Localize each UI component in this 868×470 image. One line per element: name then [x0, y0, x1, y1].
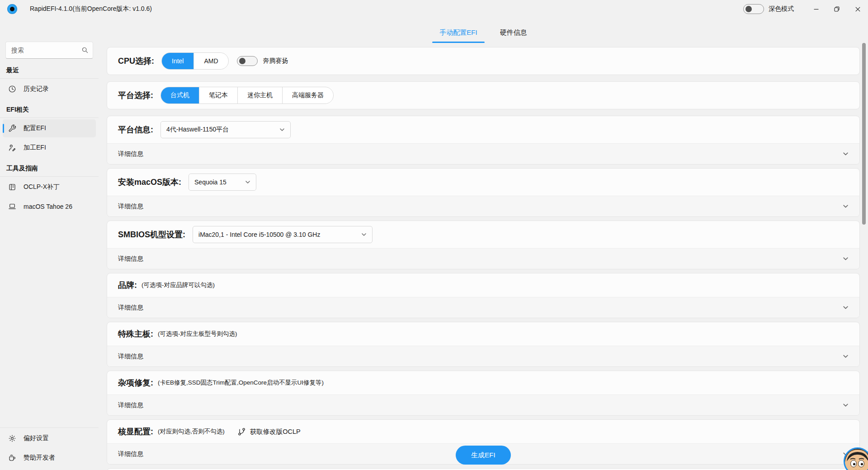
wrench-icon: [8, 124, 16, 132]
get-modified-oclp-label: 获取修改版OCLP: [250, 428, 301, 436]
detail-label: 详细信息: [118, 150, 143, 158]
laptop-icon: [8, 202, 16, 211]
detail-label: 详细信息: [118, 401, 143, 409]
sidebar-item-label: 偏好设置: [24, 434, 49, 442]
platform-option-laptop[interactable]: 笔记本: [199, 87, 237, 103]
tab-hardware-info[interactable]: 硬件信息: [499, 27, 528, 39]
special-board-row: 特殊主板: (可选项-对应主板型号则勾选): [107, 322, 859, 346]
sidebar-item-label: 加工EFI: [24, 144, 46, 152]
platform-option-server[interactable]: 高端服务器: [282, 87, 333, 103]
smbios-detail-expander[interactable]: 详细信息: [107, 248, 859, 269]
card-smbios: SMBIOS机型设置: iMac20,1 - Intel Core i5-105…: [107, 221, 860, 269]
cpu-option-amd[interactable]: AMD: [193, 53, 228, 69]
platform-info-detail-expander[interactable]: 详细信息: [107, 143, 859, 164]
close-icon: [855, 7, 860, 12]
smbios-row: SMBIOS机型设置: iMac20,1 - Intel Core i5-105…: [107, 221, 859, 248]
clock-icon: [8, 85, 16, 93]
macos-version-label: 安装macOS版本:: [118, 177, 181, 188]
card-misc-fixes: 杂项修复: (卡EB修复,SSD固态Trim配置,OpenCore启动不显示UI…: [107, 371, 860, 416]
sidebar-item-oclp-patch[interactable]: OCLP-X补丁: [3, 178, 96, 196]
card-platform-info: 平台信息: 4代-Haswell-1150平台 详细信息: [107, 116, 860, 164]
brand-hint: (可选项-对应品牌可以勾选): [142, 281, 215, 289]
sidebar-item-history[interactable]: 历史记录: [3, 80, 96, 98]
sidebar-item-macos-tahoe[interactable]: macOS Tahoe 26: [3, 197, 96, 216]
window-title: RapidEFI-4.1.0(当前OpenCore版本: v1.0.6): [30, 5, 152, 13]
platform-select-label: 平台选择:: [118, 90, 153, 101]
sidebar-item-sponsor[interactable]: 赞助开发者: [3, 449, 96, 467]
toggle-knob: [239, 58, 245, 64]
misc-fixes-hint: (卡EB修复,SSD固态Trim配置,OpenCore启动不显示UI修复等): [158, 379, 324, 387]
platform-option-desktop[interactable]: 台式机: [161, 87, 199, 103]
cpu-select-row: CPU选择: Intel AMD 奔腾赛扬: [107, 47, 859, 75]
app-logo-icon: [7, 4, 17, 14]
misc-fixes-row: 杂项修复: (卡EB修复,SSD固态Trim配置,OpenCore启动不显示UI…: [107, 371, 859, 395]
misc-fixes-detail-expander[interactable]: 详细信息: [107, 395, 859, 415]
card-next-partial: [107, 468, 860, 470]
igpu-config-row: 核显配置: (对应则勾选,否则不勾选) 获取修改版OCLP: [107, 420, 859, 443]
titlebar: RapidEFI-4.1.0(当前OpenCore版本: v1.0.6) 深色模…: [0, 0, 868, 18]
generate-efi-button[interactable]: 生成EFI: [456, 446, 511, 465]
pentium-celeron-toggle[interactable]: [237, 56, 258, 66]
cpu-select-label: CPU选择:: [118, 56, 154, 66]
detail-label: 详细信息: [118, 304, 143, 312]
maximize-button[interactable]: [826, 0, 847, 18]
sidebar: 最近 历史记录 EFI相关 配置EFI 加工EFI 工具及指南: [0, 18, 99, 470]
igpu-config-label: 核显配置:: [118, 426, 153, 437]
search-input[interactable]: [11, 47, 82, 54]
divider: [0, 118, 99, 118]
card-brand: 品牌: (可选项-对应品牌可以勾选) 详细信息: [107, 273, 860, 318]
get-modified-oclp-link[interactable]: 获取修改版OCLP: [237, 427, 301, 436]
divider: [0, 176, 99, 177]
cpu-option-intel[interactable]: Intel: [162, 53, 193, 69]
igpu-config-hint: (对应则勾选,否则不勾选): [158, 428, 225, 436]
cpu-segmented-control: Intel AMD: [161, 52, 229, 70]
search-icon: [82, 47, 88, 53]
macos-version-detail-expander[interactable]: 详细信息: [107, 196, 859, 216]
brand-detail-expander[interactable]: 详细信息: [107, 297, 859, 318]
chevron-down-icon: [356, 232, 367, 237]
platform-info-label: 平台信息:: [118, 124, 153, 135]
platform-option-mini-pc[interactable]: 迷你主机: [237, 87, 282, 103]
detail-label: 详细信息: [118, 202, 143, 211]
macos-version-dropdown[interactable]: Sequoia 15: [189, 174, 256, 191]
divider: [0, 428, 99, 428]
misc-fixes-label: 杂项修复:: [118, 377, 153, 388]
sidebar-item-preferences[interactable]: 偏好设置: [3, 429, 96, 447]
chevron-down-icon: [843, 305, 849, 310]
sidebar-footer: 偏好设置 赞助开发者: [0, 428, 99, 468]
avatar-face-image: [845, 449, 868, 470]
tab-manual-config-efi[interactable]: 手动配置EFI: [439, 27, 478, 39]
smbios-dropdown[interactable]: iMac20,1 - Intel Core i5-10500 @ 3.10 GH…: [193, 226, 373, 243]
special-board-label: 特殊主板:: [118, 329, 153, 339]
gear-icon: [8, 434, 16, 442]
minimize-button[interactable]: [806, 0, 826, 18]
sidebar-item-process-efi[interactable]: 加工EFI: [3, 139, 96, 157]
card-cpu-select: CPU选择: Intel AMD 奔腾赛扬: [107, 47, 860, 75]
platform-info-row: 平台信息: 4代-Haswell-1150平台: [107, 116, 859, 143]
search-box[interactable]: [5, 42, 93, 59]
chevron-down-icon: [240, 179, 250, 185]
sidebar-item-config-efi[interactable]: 配置EFI: [3, 119, 96, 137]
titlebar-controls: 深色模式: [743, 0, 868, 18]
tab-bar: 手动配置EFI 硬件信息: [99, 18, 868, 47]
patch-panel-icon: [8, 183, 16, 191]
restore-icon: [834, 6, 840, 12]
macos-version-row: 安装macOS版本: Sequoia 15: [107, 169, 859, 196]
dark-mode-toggle[interactable]: [743, 4, 764, 14]
scrollbar-thumb[interactable]: [862, 43, 866, 225]
smbios-value: iMac20,1 - Intel Core i5-10500 @ 3.10 GH…: [198, 231, 320, 238]
platform-segmented-control: 台式机 笔记本 迷你主机 高端服务器: [160, 87, 334, 104]
chevron-down-icon: [843, 353, 849, 359]
special-board-detail-expander[interactable]: 详细信息: [107, 346, 859, 367]
platform-info-dropdown[interactable]: 4代-Haswell-1150平台: [160, 121, 291, 138]
smbios-label: SMBIOS机型设置:: [118, 229, 185, 240]
platform-select-row: 平台选择: 台式机 笔记本 迷你主机 高端服务器: [107, 82, 859, 109]
detail-label: 详细信息: [118, 450, 143, 458]
section-recent: 最近: [6, 66, 99, 75]
pentium-celeron-label: 奔腾赛扬: [263, 57, 288, 65]
chevron-down-icon: [274, 127, 285, 132]
close-button[interactable]: [847, 0, 868, 18]
card-platform-select: 平台选择: 台式机 笔记本 迷你主机 高端服务器: [107, 81, 860, 109]
main-content: 手动配置EFI 硬件信息 CPU选择: Intel AMD 奔腾赛扬 平台选择:…: [99, 18, 868, 470]
chevron-down-icon: [843, 256, 849, 262]
